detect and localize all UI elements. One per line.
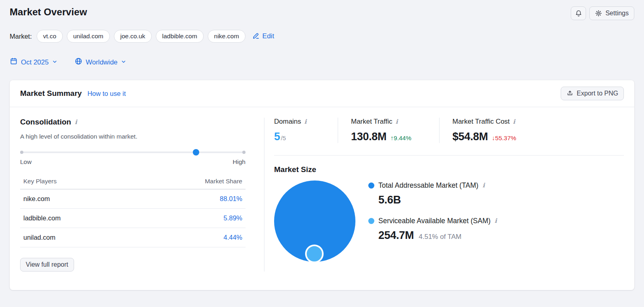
globe-icon	[74, 57, 83, 67]
date-filter[interactable]: Oct 2025	[10, 57, 58, 67]
tam-value-row: 5.6B	[378, 194, 497, 206]
slider-high-label: High	[233, 158, 246, 166]
stats-row: Domains 5 /5 Market Traffic 130.8M	[274, 118, 624, 143]
consolidation-title-text: Consolidation	[20, 118, 71, 127]
slider-track	[20, 151, 246, 153]
market-chip[interactable]: nike.com	[208, 30, 246, 43]
chevron-down-icon	[121, 58, 126, 66]
domains-total: /5	[281, 135, 286, 141]
market-share-value[interactable]: 4.44%	[223, 234, 242, 241]
slider-min-dot	[20, 151, 23, 154]
market-size-title: Market Size	[274, 165, 624, 174]
tam-value: 5.6B	[378, 194, 401, 206]
market-traffic-value: 130.8M	[351, 131, 386, 143]
slider-max-dot	[242, 151, 246, 154]
card-body: Consolidation A high level of consolidat…	[10, 107, 634, 290]
export-to-png-button[interactable]: Export to PNG	[561, 87, 624, 100]
info-icon[interactable]	[513, 119, 515, 125]
consolidation-section: Consolidation A high level of consolidat…	[20, 118, 246, 272]
tam-legend-item: Total Addressable Market (TAM)	[368, 181, 497, 190]
slider-labels: Low High	[20, 158, 246, 166]
market-share-value[interactable]: 88.01%	[220, 195, 242, 203]
sam-value: 254.7M	[378, 229, 414, 242]
how-to-use-link[interactable]: How to use it	[87, 90, 126, 97]
market-traffic-stat-label: Market Traffic	[351, 118, 428, 126]
gear-icon	[595, 10, 602, 17]
edit-market-link[interactable]: Edit	[252, 31, 274, 41]
pencil-icon	[252, 31, 260, 41]
sam-value-row: 254.7M 4.51% of TAM	[378, 229, 497, 242]
market-chip[interactable]: vt.co	[37, 30, 63, 43]
table-row[interactable]: ladbible.com 5.89%	[20, 209, 246, 228]
domains-stat-value: 5 /5	[274, 131, 326, 143]
market-traffic-stat: Market Traffic 130.8M ↑9.44%	[338, 118, 439, 143]
info-icon[interactable]	[304, 119, 307, 125]
slider-low-label: Low	[20, 158, 31, 166]
top-actions: Settings	[571, 6, 634, 20]
top-bar: Market Overview	[10, 6, 634, 20]
domains-label-text: Domains	[274, 118, 301, 126]
consolidation-slider	[20, 149, 246, 156]
market-traffic-cost-stat-label: Market Traffic Cost	[452, 118, 516, 126]
market-size-content: Total Addressable Market (TAM) 5.6B Serv…	[274, 180, 624, 266]
info-icon[interactable]	[75, 119, 77, 125]
card-header: Market Summary How to use it Export to P…	[10, 80, 634, 107]
market-size-bubble-chart	[274, 180, 357, 266]
tam-legend-label: Total Addressable Market (TAM)	[378, 181, 479, 190]
card-title: Market Summary	[20, 89, 82, 98]
market-size-legend: Total Addressable Market (TAM) 5.6B Serv…	[368, 180, 497, 266]
edit-link-label: Edit	[262, 32, 274, 40]
consolidation-title: Consolidation	[20, 118, 246, 127]
market-traffic-cost-value: $54.8M	[452, 131, 488, 143]
sam-bubble[interactable]	[305, 245, 324, 263]
info-icon[interactable]	[495, 218, 497, 224]
domains-stat-label: Domains	[274, 118, 326, 126]
tam-legend-dot-icon	[368, 183, 374, 189]
region-filter-label: Worldwide	[86, 58, 118, 66]
calendar-icon	[10, 57, 18, 67]
filters-row: Oct 2025 Worldwide	[10, 57, 634, 67]
market-traffic-cost-change: ↓55.37%	[492, 135, 516, 142]
date-filter-label: Oct 2025	[21, 58, 49, 66]
sam-legend-item: Serviceable Available Market (SAM)	[368, 217, 497, 225]
settings-button[interactable]: Settings	[589, 6, 634, 20]
consolidation-description: A high level of consolidation within mar…	[20, 133, 246, 140]
consolidation-slider-thumb[interactable]	[193, 149, 199, 156]
market-share-value[interactable]: 5.89%	[223, 214, 242, 222]
key-players-column-header: Key Players	[23, 178, 57, 185]
sam-legend-label: Serviceable Available Market (SAM)	[378, 217, 491, 225]
key-players-table-header: Key Players Market Share	[20, 178, 246, 189]
key-player-domain: unilad.com	[23, 234, 56, 241]
view-full-report-button[interactable]: View full report	[20, 258, 74, 272]
market-traffic-cost-label-text: Market Traffic Cost	[452, 118, 510, 126]
market-chip[interactable]: ladbible.com	[156, 30, 204, 43]
table-row[interactable]: unilad.com 4.44%	[20, 228, 246, 247]
market-traffic-cost-stat-value: $54.8M ↓55.37%	[452, 131, 516, 143]
market-traffic-stat-value: 130.8M ↑9.44%	[351, 131, 428, 143]
notifications-button[interactable]	[571, 6, 586, 20]
table-row[interactable]: nike.com 88.01%	[20, 189, 246, 209]
key-player-domain: nike.com	[23, 195, 50, 203]
market-label: Market:	[10, 33, 32, 40]
market-chip[interactable]: joe.co.uk	[114, 30, 152, 43]
info-icon[interactable]	[483, 183, 485, 189]
region-filter[interactable]: Worldwide	[74, 57, 126, 67]
market-chip[interactable]: unilad.com	[67, 30, 110, 43]
info-icon[interactable]	[396, 119, 398, 125]
sam-legend-dot-icon	[368, 218, 374, 224]
domains-count: 5	[274, 131, 280, 143]
chevron-down-icon	[52, 58, 58, 66]
market-traffic-label-text: Market Traffic	[351, 118, 392, 126]
export-button-label: Export to PNG	[577, 90, 618, 97]
key-players-table: Key Players Market Share nike.com 88.01%…	[20, 178, 246, 247]
key-player-domain: ladbible.com	[23, 214, 61, 222]
domains-stat: Domains 5 /5	[274, 118, 338, 143]
settings-button-label: Settings	[605, 10, 629, 17]
market-metrics-section: Domains 5 /5 Market Traffic 130.8M	[264, 118, 624, 272]
upload-icon	[566, 90, 574, 97]
market-share-column-header: Market Share	[205, 178, 242, 185]
bell-icon	[575, 10, 582, 17]
market-traffic-change: ↑9.44%	[390, 135, 411, 142]
page-title: Market Overview	[10, 6, 87, 18]
sam-percent-of-tam: 4.51% of TAM	[419, 233, 461, 241]
